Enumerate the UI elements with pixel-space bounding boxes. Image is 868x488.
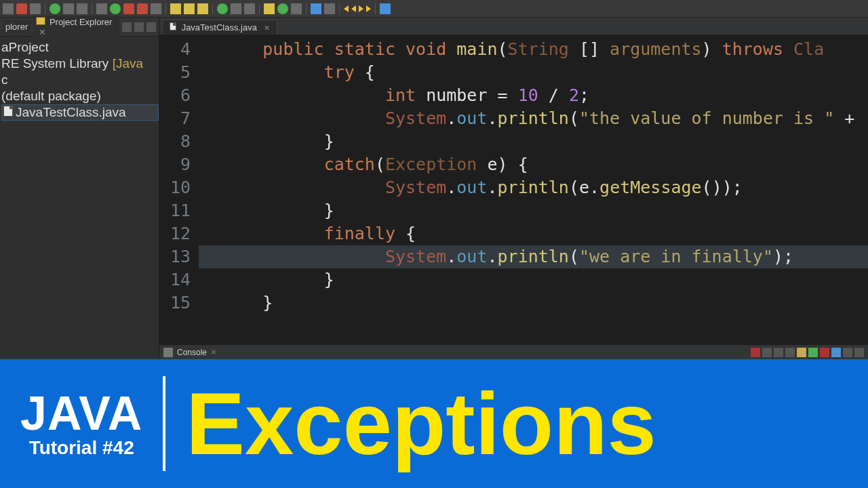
code-editor[interactable]: 456789101112131415 public static void ma… — [159, 35, 868, 344]
banner-title: Exceptions — [186, 380, 656, 468]
view-menu-icon[interactable] — [146, 22, 156, 32]
clear-icon[interactable] — [785, 348, 795, 357]
video-banner: JAVA Tutorial #42 Exceptions — [0, 359, 868, 488]
console-view: Console ✕ — [159, 344, 868, 359]
banner-subtitle: Tutorial #42 — [20, 439, 142, 458]
separator — [212, 3, 213, 14]
separator — [259, 3, 260, 14]
run-icon[interactable] — [217, 3, 228, 14]
code-line[interactable]: finally { — [199, 222, 868, 245]
jre-label: RE System Library — [1, 56, 108, 70]
package-node[interactable]: (default package) — [1, 88, 159, 104]
separator — [45, 3, 45, 14]
console-toolbar — [751, 348, 864, 357]
jre-suffix: [Java — [113, 56, 143, 70]
save-icon[interactable] — [30, 3, 41, 14]
jre-library-node[interactable]: RE System Library [Java — [1, 56, 159, 72]
pin-icon[interactable] — [380, 3, 391, 14]
separator — [375, 3, 376, 14]
display-icon[interactable] — [820, 348, 829, 357]
code-line[interactable]: System.out.println("we are in finally"); — [199, 245, 868, 268]
pin-console-icon[interactable] — [808, 348, 818, 357]
java-file-icon — [170, 22, 176, 30]
java-file-label: JavaTestClass.java — [16, 105, 126, 119]
remove-launch-icon[interactable] — [762, 348, 772, 357]
code-line[interactable]: System.out.println("the value of number … — [199, 107, 868, 130]
project-explorer: plorer Project Explorer ✕ aProject RE Sy… — [0, 18, 159, 359]
project-tree[interactable]: aProject RE System Library [Java c (defa… — [0, 37, 159, 123]
code-line[interactable]: } — [199, 130, 868, 153]
java-file-icon — [3, 106, 13, 117]
view-toolbar — [122, 22, 156, 32]
close-icon[interactable]: ✕ — [211, 348, 216, 356]
main-split: plorer Project Explorer ✕ aProject RE Sy… — [0, 18, 868, 359]
banner-divider — [163, 376, 165, 471]
min-icon[interactable] — [843, 348, 852, 357]
code-line[interactable]: } — [199, 268, 868, 291]
ext-tools-icon[interactable] — [244, 3, 255, 14]
step-over-icon[interactable] — [184, 3, 195, 14]
pause-icon[interactable] — [123, 3, 134, 14]
new-pkg-icon[interactable] — [264, 3, 275, 14]
resume-icon[interactable] — [110, 3, 121, 14]
main-toolbar[interactable] — [0, 0, 868, 18]
editor-tab-label: JavaTestClass.java — [182, 22, 257, 33]
stop-icon[interactable] — [16, 3, 27, 14]
remove-all-icon[interactable] — [774, 348, 783, 357]
forward-drop-icon[interactable] — [366, 5, 371, 12]
disconnect-icon[interactable] — [151, 3, 161, 14]
banner-java: JAVA — [20, 390, 142, 437]
code-line[interactable]: public static void main(String [] argume… — [199, 38, 868, 61]
separator — [165, 3, 166, 14]
back-icon[interactable] — [344, 5, 349, 12]
view-tabstrip: plorer Project Explorer ✕ — [0, 18, 159, 37]
code-line[interactable]: } — [199, 199, 868, 222]
terminate-icon[interactable] — [137, 3, 148, 14]
code-content[interactable]: public static void main(String [] argume… — [199, 35, 868, 344]
project-node[interactable]: aProject — [1, 39, 159, 56]
code-line[interactable]: int number = 10 / 2; — [199, 84, 868, 107]
code-line[interactable]: } — [199, 291, 868, 314]
separator — [92, 3, 92, 14]
link-editor-icon[interactable] — [134, 22, 144, 32]
tool-icon[interactable] — [63, 3, 74, 14]
editor-area: JavaTestClass.java ✕ 456789101112131415 … — [159, 18, 868, 359]
java-file-node[interactable]: JavaTestClass.java — [1, 104, 159, 121]
tool-icon[interactable] — [77, 3, 87, 14]
step-return-icon[interactable] — [197, 3, 208, 14]
terminate-icon[interactable] — [751, 348, 760, 357]
max-icon[interactable] — [854, 348, 864, 357]
project-explorer-tab[interactable]: Project Explorer ✕ — [33, 16, 119, 39]
open-console-icon[interactable] — [831, 348, 841, 357]
new-class-icon[interactable] — [277, 3, 288, 14]
scroll-lock-icon[interactable] — [797, 348, 806, 357]
project-explorer-label: Project Explorer — [50, 17, 112, 27]
close-icon[interactable]: ✕ — [264, 24, 270, 32]
banner-left: JAVA Tutorial #42 — [20, 390, 142, 458]
collapse-all-icon[interactable] — [122, 22, 132, 32]
step-into-icon[interactable] — [170, 3, 181, 14]
close-icon[interactable]: ✕ — [39, 27, 46, 37]
editor-tabstrip: JavaTestClass.java ✕ — [159, 18, 868, 35]
line-gutter: 456789101112131415 — [159, 35, 199, 344]
code-line[interactable]: try { — [199, 61, 868, 84]
coverage-icon[interactable] — [231, 3, 241, 14]
debug-icon[interactable] — [50, 3, 60, 14]
open-type-icon[interactable] — [291, 3, 302, 14]
forward-icon[interactable] — [359, 5, 363, 12]
code-line[interactable]: catch(Exception e) { — [199, 153, 868, 176]
separator — [306, 3, 307, 14]
skip-icon[interactable] — [96, 3, 107, 14]
package-explorer-icon — [36, 17, 45, 25]
new-icon[interactable] — [3, 3, 14, 14]
truncated-view-tab[interactable]: plorer — [3, 20, 31, 33]
code-line[interactable]: System.out.println(e.getMessage()); — [199, 176, 868, 199]
console-icon — [163, 348, 173, 357]
annotation-icon[interactable] — [324, 3, 335, 14]
search-icon[interactable] — [311, 3, 321, 14]
separator — [339, 3, 340, 14]
console-label[interactable]: Console — [177, 348, 207, 357]
back-drop-icon[interactable] — [351, 5, 356, 12]
src-node[interactable]: c — [1, 72, 159, 88]
editor-tab[interactable]: JavaTestClass.java ✕ — [162, 20, 277, 35]
